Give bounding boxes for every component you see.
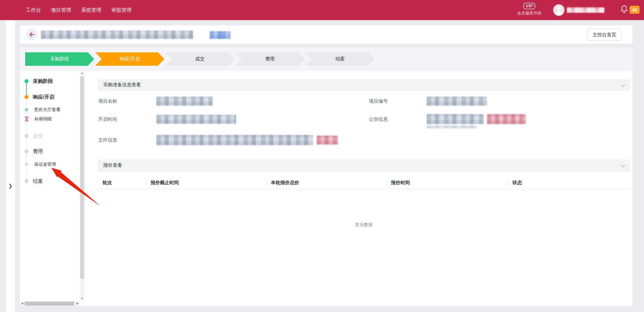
- section-header-quote-view: 报价查看: [98, 159, 630, 171]
- column-header-round-total: 本轮报价总价: [266, 180, 386, 186]
- announcement-link-redacted[interactable]: [487, 114, 526, 124]
- green-ring-icon: [25, 108, 28, 111]
- nav-item-project-management[interactable]: 项目管理: [51, 7, 71, 13]
- back-button[interactable]: [26, 29, 38, 40]
- field-label-file-info: 文件信息: [98, 137, 117, 143]
- horizontal-scrollbar-thumb[interactable]: [24, 302, 74, 306]
- stage-step-deal[interactable]: 成交: [165, 52, 234, 66]
- stage-progress-bar: 采购阶段 响应/开启 成交 费用 结案: [20, 47, 633, 71]
- field-label-announcement: 公告信息: [369, 116, 388, 122]
- main-nav: 工作台 项目管理 系统管理 审批管理: [0, 7, 131, 13]
- vip-upgrade-label: 会员服务升级: [513, 10, 546, 16]
- avatar[interactable]: [553, 4, 565, 16]
- value-project-no-redacted: [427, 97, 487, 106]
- top-navigation-bar: 工作台 项目管理 系统管理 审批管理 VIP 会员服务升级 46: [0, 0, 644, 20]
- field-label-project-name: 项目名称: [98, 98, 117, 104]
- nav-item-system-management[interactable]: 系统管理: [81, 7, 101, 13]
- main-card: 采购阶段 响应/开启 成交 费用 结案 采购阶段 响应/开启 竞价大厅查看: [20, 47, 633, 306]
- value-file-info-redacted: [156, 135, 313, 145]
- project-title-redacted: [41, 31, 193, 39]
- stage-step-close[interactable]: 结案: [306, 52, 375, 66]
- vip-upgrade[interactable]: VIP 会员服务升级: [513, 3, 546, 16]
- gray-ring-icon: [25, 163, 28, 166]
- scroll-left-icon[interactable]: ◀: [20, 301, 24, 306]
- quote-table-header: 轮次 报价截止时间 本轮报价总价 报价时间 状态: [98, 177, 630, 189]
- nav-item-approval-management[interactable]: 审批管理: [111, 7, 131, 13]
- user-icon: [557, 7, 560, 10]
- chevron-down-icon[interactable]: [621, 83, 625, 87]
- sidebar-vertical-scrollbar[interactable]: ▲ ▼: [80, 71, 85, 301]
- project-status-tag-redacted: [210, 31, 230, 39]
- value-project-name-redacted: [156, 97, 213, 106]
- gray-dot-icon: [24, 179, 29, 183]
- empty-state-text: 暂无数据: [98, 222, 630, 228]
- username-redacted: [567, 7, 604, 13]
- nav-item-workbench[interactable]: 工作台: [26, 7, 41, 13]
- chevron-down-icon[interactable]: [621, 163, 625, 167]
- value-announcement-redacted: [427, 114, 484, 124]
- field-label-open-time: 开启时间: [98, 116, 117, 122]
- stage-step-response-open[interactable]: 响应/开启: [95, 52, 164, 66]
- expand-panel-toggle-icon[interactable]: ❯: [8, 182, 13, 190]
- column-header-round: 轮次: [98, 180, 146, 186]
- vertical-scrollbar-thumb[interactable]: [80, 76, 84, 279]
- timeline-connector-done: [26, 83, 27, 95]
- page-title-card: 主控台首页: [20, 25, 633, 44]
- hourglass-icon: [24, 116, 29, 121]
- column-header-status: 状态: [508, 180, 630, 186]
- scroll-up-icon[interactable]: ▲: [80, 71, 85, 75]
- console-home-button[interactable]: 主控台首页: [587, 29, 622, 41]
- gray-dot-icon: [24, 149, 29, 153]
- section-title: 报价查看: [103, 162, 122, 168]
- column-header-quote-deadline: 报价截止时间: [146, 180, 266, 186]
- file-link-redacted[interactable]: [317, 136, 338, 145]
- scroll-right-icon[interactable]: ▶: [75, 301, 80, 306]
- announcement-line2-redacted: [427, 125, 477, 128]
- column-header-quote-time: 报价时间: [386, 180, 508, 186]
- stage-step-procurement[interactable]: 采购阶段: [25, 52, 94, 66]
- content-area: 采购准备信息查看 项目名称 项目编号 开启时间 公告信息 文件信息 报价查看: [93, 71, 633, 306]
- orange-dot-icon: [24, 95, 29, 99]
- app-window: 工作台 项目管理 系统管理 审批管理 VIP 会员服务升级 46: [0, 0, 644, 312]
- section-title: 采购准备信息查看: [103, 82, 141, 88]
- stage-sidebar: 采购阶段 响应/开启 竞价大厅查看 补填明细 成交: [20, 71, 85, 306]
- notification-count-badge[interactable]: 46: [630, 6, 640, 14]
- scroll-down-icon[interactable]: ▼: [80, 296, 85, 301]
- collapsed-panel: ❯: [6, 20, 15, 312]
- value-open-time-redacted: [156, 115, 236, 124]
- sidebar-horizontal-scrollbar[interactable]: ◀ ▶: [20, 301, 80, 306]
- field-label-project-no: 项目编号: [369, 98, 388, 104]
- green-dot-icon: [24, 79, 29, 83]
- vip-icon: VIP: [523, 3, 536, 9]
- bell-icon[interactable]: [621, 5, 628, 13]
- gray-dot-icon: [24, 134, 29, 138]
- section-header-prep-info: 采购准备信息查看: [98, 79, 630, 91]
- stage-step-fee[interactable]: 费用: [235, 52, 305, 66]
